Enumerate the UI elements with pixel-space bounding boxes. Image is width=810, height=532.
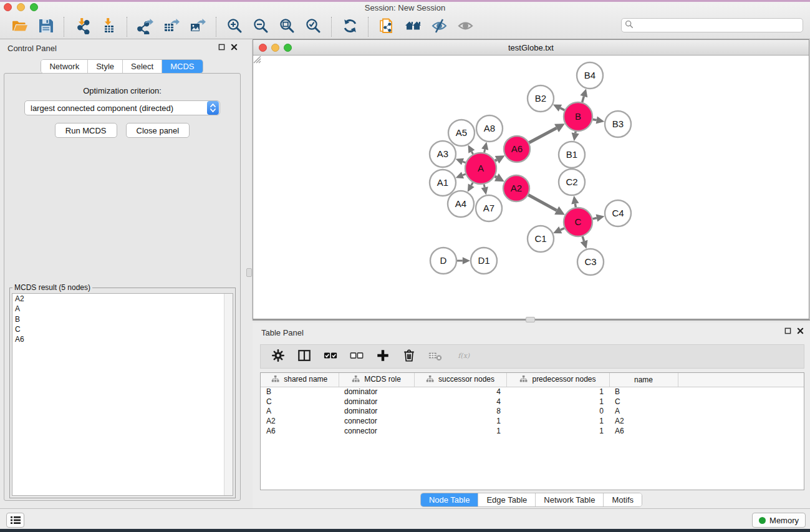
- cell-MCDS-role[interactable]: dominator: [339, 397, 414, 407]
- column-header-predecessor-nodes[interactable]: predecessor nodes: [506, 373, 609, 387]
- column-header-shared-name[interactable]: shared name: [261, 373, 339, 387]
- export-network-button[interactable]: [132, 16, 158, 37]
- graph-node-A[interactable]: A: [465, 153, 496, 184]
- result-item[interactable]: B: [12, 314, 233, 324]
- network-document-button[interactable]: [374, 16, 400, 37]
- tab-network-table[interactable]: Network Table: [536, 493, 604, 506]
- graph-node-C2[interactable]: C2: [559, 169, 585, 195]
- vertical-split-handle[interactable]: [246, 268, 252, 277]
- graph-node-A1[interactable]: A1: [430, 170, 456, 196]
- graph-node-C[interactable]: C: [564, 208, 592, 236]
- cell-shared-name[interactable]: A6: [261, 426, 339, 436]
- table-row[interactable]: Adominator80A: [261, 407, 804, 417]
- horizontal-split-handle[interactable]: [526, 317, 535, 322]
- edge-B-B3[interactable]: [593, 119, 597, 120]
- zoom-in-button[interactable]: [221, 16, 248, 37]
- result-item[interactable]: A: [12, 304, 233, 314]
- refresh-button[interactable]: [337, 16, 363, 37]
- cell-name[interactable]: C: [609, 397, 678, 407]
- graph-node-D1[interactable]: D1: [471, 248, 497, 274]
- search-field[interactable]: [621, 18, 803, 32]
- graph-node-C3[interactable]: C3: [577, 249, 604, 275]
- cell-predecessor-nodes[interactable]: 1: [506, 416, 609, 426]
- resize-grip-icon[interactable]: [253, 56, 261, 64]
- cell-shared-name[interactable]: A: [261, 407, 339, 417]
- cell-successor-nodes[interactable]: 1: [414, 416, 506, 426]
- table-row[interactable]: Cdominator41C: [261, 397, 804, 407]
- cell-shared-name[interactable]: C: [261, 397, 339, 407]
- hide-graphics-details-button[interactable]: [426, 16, 452, 37]
- column-header-MCDS-role[interactable]: MCDS role: [339, 373, 414, 387]
- tab-motifs[interactable]: Motifs: [604, 493, 642, 506]
- cell-MCDS-role[interactable]: dominator: [339, 387, 414, 397]
- import-network-button[interactable]: [69, 16, 95, 37]
- table-row[interactable]: Bdominator41B: [261, 387, 804, 397]
- graph-node-B3[interactable]: B3: [605, 111, 631, 137]
- open-file-button[interactable]: [6, 16, 32, 37]
- cell-name[interactable]: B: [609, 387, 678, 397]
- zoom-fit-button[interactable]: [274, 16, 300, 37]
- tab-network[interactable]: Network: [41, 60, 88, 73]
- cell-predecessor-nodes[interactable]: 1: [506, 426, 609, 436]
- edge-A-A6[interactable]: [495, 160, 497, 161]
- edge-A6-B[interactable]: [529, 128, 556, 142]
- zoom-out-button[interactable]: [248, 16, 274, 37]
- run-mcds-button[interactable]: Run MCDS: [55, 123, 117, 138]
- mcds-result-list[interactable]: A2ABCA6: [12, 293, 233, 496]
- result-item[interactable]: A6: [12, 334, 233, 344]
- result-item[interactable]: C: [12, 324, 233, 334]
- add-column-button[interactable]: [372, 347, 394, 366]
- tab-mcds[interactable]: MCDS: [162, 60, 202, 73]
- close-panel-button[interactable]: Close panel: [126, 123, 190, 138]
- export-table-button[interactable]: [158, 16, 185, 37]
- cell-MCDS-role[interactable]: connector: [339, 416, 414, 426]
- close-table-panel-icon[interactable]: [797, 327, 804, 334]
- table-row[interactable]: A6connector11A6: [261, 426, 804, 436]
- node-table[interactable]: shared nameMCDS rolesuccessor nodesprede…: [260, 372, 804, 490]
- close-panel-icon[interactable]: [231, 44, 238, 51]
- float-panel-icon[interactable]: [218, 44, 225, 51]
- graph-node-D[interactable]: D: [430, 248, 456, 274]
- cell-name[interactable]: A: [609, 407, 678, 417]
- search-input[interactable]: [634, 21, 803, 30]
- network-canvas[interactable]: B4B2BB3A8A5A6A3B1AA1C2A2A4A7C4CC1C3DD1: [253, 56, 809, 319]
- result-item[interactable]: A2: [12, 294, 233, 304]
- edge-A-A1[interactable]: [463, 174, 466, 175]
- edge-A-A2[interactable]: [495, 177, 497, 178]
- graph-node-A6[interactable]: A6: [504, 136, 530, 162]
- edge-C-C2[interactable]: [575, 203, 576, 207]
- cell-MCDS-role[interactable]: connector: [339, 426, 414, 436]
- task-history-button[interactable]: [6, 513, 24, 528]
- float-table-panel-icon[interactable]: [784, 327, 791, 334]
- edge-C-C4[interactable]: [592, 218, 596, 218]
- graph-node-B4[interactable]: B4: [577, 62, 603, 89]
- column-header-name[interactable]: name: [609, 373, 678, 387]
- split-view-button[interactable]: [293, 347, 316, 366]
- graph-node-A7[interactable]: A7: [476, 195, 502, 221]
- edge-B-B4[interactable]: [582, 97, 584, 102]
- cell-predecessor-nodes[interactable]: 1: [506, 387, 609, 397]
- graph-node-A2[interactable]: A2: [503, 175, 529, 201]
- edge-C-C3[interactable]: [582, 236, 584, 241]
- graph-node-A4[interactable]: A4: [448, 191, 474, 217]
- tab-select[interactable]: Select: [123, 60, 162, 73]
- cell-successor-nodes[interactable]: 8: [414, 407, 506, 417]
- save-session-button[interactable]: [32, 16, 59, 37]
- import-table-button[interactable]: [95, 16, 122, 37]
- cell-shared-name[interactable]: A2: [261, 416, 339, 426]
- criterion-dropdown[interactable]: largest connected component (directed): [24, 100, 220, 115]
- tab-edge-table[interactable]: Edge Table: [478, 493, 536, 506]
- graph-node-A5[interactable]: A5: [448, 120, 475, 146]
- column-header-successor-nodes[interactable]: successor nodes: [414, 373, 506, 387]
- graph-node-C1[interactable]: C1: [528, 226, 554, 252]
- zoom-selected-button[interactable]: [300, 16, 326, 37]
- table-row[interactable]: A2connector11A2: [261, 416, 804, 426]
- graph-node-A3[interactable]: A3: [430, 141, 456, 167]
- cell-name[interactable]: A6: [609, 426, 678, 436]
- export-image-button[interactable]: [185, 16, 211, 37]
- cell-MCDS-role[interactable]: dominator: [339, 407, 414, 417]
- edge-A-A3[interactable]: [463, 162, 466, 163]
- cell-successor-nodes[interactable]: 4: [414, 387, 506, 397]
- select-all-button[interactable]: [319, 347, 342, 366]
- graph-node-C4[interactable]: C4: [605, 200, 631, 226]
